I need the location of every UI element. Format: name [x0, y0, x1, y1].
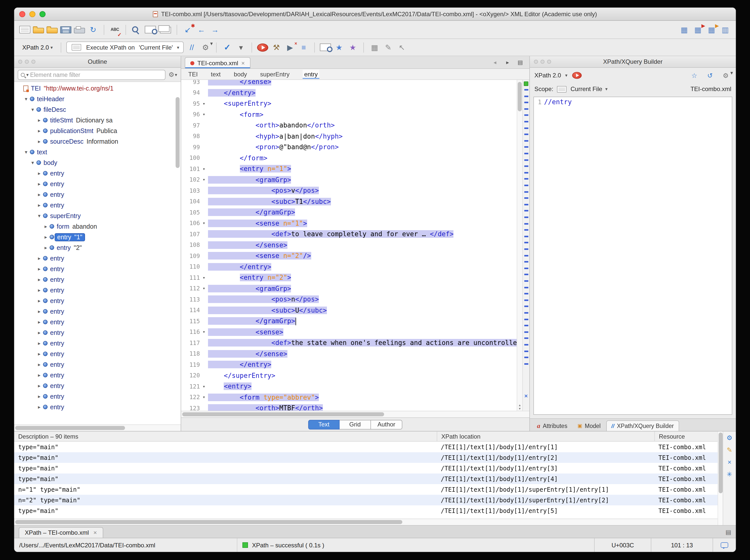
- scrollbar-thumb[interactable]: [518, 82, 522, 111]
- outline-node-entry[interactable]: ▸entry: [14, 306, 175, 317]
- outline-horizontal-scrollbar[interactable]: [14, 424, 181, 431]
- result-row[interactable]: type="main"/TEI[1]/text[1]/body[1]/entry…: [14, 463, 717, 474]
- code-line-112[interactable]: 112▾ <gramGrp>: [181, 283, 517, 294]
- close-window-button[interactable]: [19, 11, 25, 17]
- results-vertical-scrollbar[interactable]: [717, 432, 723, 525]
- xpath-expression-icon[interactable]: //: [186, 41, 197, 53]
- tree-collapsed-arrow[interactable]: ▸: [36, 340, 42, 346]
- tree-collapsed-arrow[interactable]: ▸: [36, 287, 42, 293]
- code-line-120[interactable]: 120 </superEntry>: [181, 370, 517, 381]
- grid-mode-icon[interactable]: ▦: [369, 41, 380, 53]
- tree-expanded-arrow[interactable]: ▾: [23, 149, 29, 155]
- tree-expanded-arrow[interactable]: ▾: [36, 213, 42, 219]
- code-line-99[interactable]: 99 <pron>@"band@n</pron>: [181, 142, 517, 153]
- configure-transformation-icon[interactable]: ⚒: [271, 41, 282, 53]
- code-line-103[interactable]: 103 <pos>v</pos>: [181, 185, 517, 196]
- code-line-119[interactable]: 119 </entry>: [181, 359, 517, 370]
- new-document-icon[interactable]: [19, 26, 31, 33]
- code-line-117[interactable]: 117 <def>the state when one's feelings a…: [181, 337, 517, 348]
- code-line-118[interactable]: 118 </sense>: [181, 348, 517, 359]
- code-line-101[interactable]: 101▾ <entry n="1">: [181, 163, 517, 174]
- code-line-94[interactable]: 94 </entry>: [181, 87, 517, 98]
- outline-node-entry[interactable]: ▸entry: [14, 317, 175, 327]
- xpath-results-tab[interactable]: XPath – TEI-combo.xml ×: [19, 527, 103, 538]
- code-line-121[interactable]: 121▾ <entry>: [181, 381, 517, 392]
- tree-collapsed-arrow[interactable]: ▸: [36, 362, 42, 367]
- tree-collapsed-arrow[interactable]: ▸: [42, 245, 49, 251]
- scroll-tabs-left-icon[interactable]: ◂: [489, 58, 500, 66]
- scrollbar-thumb[interactable]: [182, 412, 384, 416]
- tree-collapsed-arrow[interactable]: ▸: [36, 117, 42, 123]
- code-line-107[interactable]: 107 <def>to leave completely and for eve…: [181, 229, 517, 240]
- tree-collapsed-arrow[interactable]: ▸: [36, 256, 42, 261]
- code-line-115[interactable]: 115 </gramGrp>: [181, 316, 517, 326]
- back-icon[interactable]: ←: [196, 23, 207, 36]
- xslt-debugger-icon[interactable]: ▦▶: [692, 23, 704, 36]
- builder-settings-icon[interactable]: ⚙▾: [720, 71, 731, 80]
- view-menu-icon[interactable]: ▤: [726, 528, 731, 538]
- format-element-icon[interactable]: ★: [347, 41, 358, 53]
- panel-tab-xpath[interactable]: //XPath/XQuery Builder: [606, 420, 679, 431]
- code-line-110[interactable]: 110 </entry>: [181, 261, 517, 272]
- code-line-122[interactable]: 122▾ <form type="abbrev">: [181, 392, 517, 403]
- code-line-116[interactable]: 116▾ <sense>: [181, 326, 517, 337]
- outline-node-entry[interactable]: ▸entry: [14, 327, 175, 338]
- code-line-109[interactable]: 109 <sense n="2"/>: [181, 251, 517, 261]
- feedback-cell[interactable]: [713, 538, 736, 552]
- outline-node-titleStmt[interactable]: ▸titleStmtDictionary sa: [14, 115, 175, 125]
- code-line-114[interactable]: 114 <subc>U</subc>: [181, 305, 517, 316]
- tree-collapsed-arrow[interactable]: ▸: [36, 404, 42, 410]
- outline-node-entry[interactable]: ▸entry: [14, 348, 175, 359]
- element-filter-box[interactable]: ▾: [18, 69, 165, 80]
- results-settings-icon[interactable]: ⚙: [724, 434, 735, 442]
- save-icon[interactable]: [60, 26, 71, 33]
- code-line-95[interactable]: 95▾ <superEntry>: [181, 98, 517, 109]
- xpath-builder-header[interactable]: XPath/XQuery Builder: [530, 56, 736, 68]
- result-row[interactable]: type="main"/TEI[1]/text[1]/body[1]/entry…: [14, 505, 717, 516]
- editor-vertical-scrollbar[interactable]: ▴▾: [517, 80, 522, 411]
- format-document-icon[interactable]: ★: [334, 41, 344, 53]
- outline-node-entry[interactable]: ▸entry: [14, 263, 175, 274]
- print-icon[interactable]: [74, 28, 85, 33]
- author-edit-icon[interactable]: ✎: [382, 41, 394, 53]
- result-row[interactable]: type="main"/TEI[1]/text[1]/body[1]/entry…: [14, 442, 717, 452]
- outline-node-form[interactable]: ▸formabandon: [14, 221, 175, 232]
- code-line-123[interactable]: 123 <orth>MTBF</orth>: [181, 403, 517, 411]
- open-document-icon[interactable]: [33, 28, 44, 33]
- tree-collapsed-arrow[interactable]: ▸: [36, 192, 42, 197]
- builder-version-label[interactable]: XPath 2.0: [534, 72, 561, 79]
- code-line-98[interactable]: 98 <hyph>a|ban|don</hyph>: [181, 131, 517, 142]
- outline-node-body[interactable]: ▾body: [14, 157, 175, 168]
- tree-collapsed-arrow[interactable]: ▸: [36, 128, 42, 134]
- tree-collapsed-arrow[interactable]: ▸: [36, 383, 42, 388]
- title-bar[interactable]: TEI-combo.xml [/Users/ttasovac/Developme…: [14, 7, 736, 21]
- result-row[interactable]: type="main"/TEI[1]/text[1]/body[1]/entry…: [14, 452, 717, 463]
- open-url-icon[interactable]: [46, 28, 58, 33]
- minimize-window-button[interactable]: [29, 11, 35, 17]
- highlight-results-icon[interactable]: ✎: [724, 446, 735, 454]
- outline-node-entry[interactable]: ▸entry"1": [14, 232, 175, 242]
- tree-collapsed-arrow[interactable]: ▸: [36, 330, 42, 335]
- tree-collapsed-arrow[interactable]: ▸: [36, 308, 42, 314]
- code-line-93[interactable]: 93 </sense>: [181, 80, 517, 87]
- zoom-window-button[interactable]: [39, 11, 45, 17]
- last-edit-location-icon[interactable]: ↙✱: [182, 23, 193, 36]
- scrollbar-arrows-icon[interactable]: ▴▾: [517, 403, 522, 410]
- history-icon[interactable]: ↺: [705, 71, 716, 80]
- validate-document-icon[interactable]: ✓: [222, 41, 233, 53]
- code-line-108[interactable]: 108 </sense>: [181, 240, 517, 251]
- favorites-star-icon[interactable]: ☆: [689, 71, 700, 80]
- scrollbar-thumb[interactable]: [176, 97, 180, 168]
- element-filter-input[interactable]: [30, 72, 162, 78]
- open-in-browser-icon[interactable]: ▦: [679, 23, 690, 36]
- outline-node-entry[interactable]: ▸entry: [14, 296, 175, 306]
- remove-all-results-icon[interactable]: ✳: [724, 471, 735, 478]
- find-replace-icon[interactable]: [131, 25, 142, 34]
- fold-toggle-icon[interactable]: ▾: [200, 395, 208, 400]
- editor-tab[interactable]: TEI-combo.xml ×: [185, 57, 250, 68]
- panel-tab-attr[interactable]: aAttributes: [532, 420, 572, 431]
- code-line-100[interactable]: 100 </form>: [181, 153, 517, 163]
- tree-collapsed-arrow[interactable]: ▸: [42, 234, 49, 240]
- code-line-96[interactable]: 96▾ <form>: [181, 109, 517, 120]
- outline-node-entry[interactable]: ▸entry: [14, 285, 175, 296]
